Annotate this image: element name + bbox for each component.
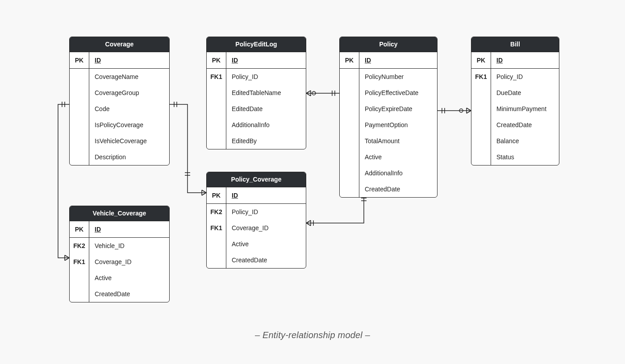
entity-body: PKIDPolicyNumberPolicyEffectiveDatePolic… [340,52,437,197]
entity-title: Policy [340,37,437,52]
attr-cell: ID [89,52,169,69]
attr-cell: CreatedDate [359,181,437,197]
key-cell [340,181,359,197]
attr-cell: PolicyExpireDate [359,101,437,117]
key-cell [70,270,89,286]
key-cell [340,69,359,85]
entity-title: Vehicle_Coverage [70,206,169,221]
key-cell [340,117,359,133]
key-cell: FK1 [70,254,89,270]
attr-cell: CreatedDate [226,252,306,268]
svg-point-0 [312,91,316,95]
key-cell [70,117,89,133]
key-cell: FK2 [70,238,89,254]
key-cell [70,85,89,101]
diagram-caption: – Entity-relationship model – [0,330,625,340]
attr-cell: Active [226,236,306,252]
attr-cell: EditedTableName [226,85,306,101]
key-cell [70,149,89,165]
attr-cell: PolicyEffectiveDate [359,85,437,101]
key-cell [70,69,89,85]
attr-cell: CoverageName [89,69,169,85]
attr-cell: AdditionalInfo [226,117,306,133]
entity-body: PKFK2FK1IDPolicy_IDCoverage_IDActiveCrea… [207,187,306,268]
key-cell [70,133,89,149]
er-diagram-canvas: Coverage PKIDCoverageNameCoverageGroupCo… [0,0,625,364]
entity-policy-edit-log: PolicyEditLog PKFK1IDPolicy_IDEditedTabl… [206,37,306,149]
svg-point-1 [459,109,463,112]
attr-cell: Coverage_ID [226,220,306,236]
key-cell [207,236,226,252]
entity-bill: Bill PKFK1IDPolicy_IDDueDateMinimumPayme… [471,37,559,165]
entity-title: Policy_Coverage [207,172,306,187]
key-cell [70,101,89,117]
key-cell [207,101,226,117]
attr-cell: Policy_ID [491,69,559,85]
entity-body: PKFK2FK1IDVehicle_IDCoverage_IDActiveCre… [70,221,169,302]
entity-policy: Policy PKIDPolicyNumberPolicyEffectiveDa… [339,37,438,198]
entity-body: PKFK1IDPolicy_IDDueDateMinimumPaymentCre… [471,52,559,165]
attr-cell: ID [89,221,169,238]
attr-cell: MinimumPayment [491,101,559,117]
entity-coverage: Coverage PKIDCoverageNameCoverageGroupCo… [69,37,170,165]
attr-cell: Description [89,149,169,165]
attr-cell: ID [226,52,306,69]
attr-cell: CoverageGroup [89,85,169,101]
entity-body: PKFK1IDPolicy_IDEditedTableNameEditedDat… [207,52,306,149]
attr-cell: IsPolicyCoverage [89,117,169,133]
key-cell: FK1 [207,69,226,85]
attr-cell: Policy_ID [226,204,306,220]
key-cell [471,133,491,149]
key-cell: PK [340,52,359,69]
attr-cell: Policy_ID [226,69,306,85]
key-cell [471,85,491,101]
attr-cell: IsVehicleCoverage [89,133,169,149]
key-cell [340,85,359,101]
attr-cell: DueDate [491,85,559,101]
attr-cell: Status [491,149,559,165]
key-cell: FK1 [471,69,491,85]
key-cell [207,252,226,268]
key-cell: PK [207,187,226,204]
key-cell [471,101,491,117]
attr-cell: PaymentOption [359,117,437,133]
entity-title: Bill [471,37,559,52]
key-cell: FK2 [207,204,226,220]
key-cell [471,117,491,133]
attr-cell: CreatedDate [491,117,559,133]
attr-cell: Active [359,149,437,165]
key-cell [207,117,226,133]
key-cell: PK [471,52,491,69]
attr-cell: PolicyNumber [359,69,437,85]
key-cell [70,286,89,302]
key-cell [207,85,226,101]
attr-cell: ID [226,187,306,204]
key-cell: PK [207,52,226,69]
attr-cell: EditedDate [226,101,306,117]
key-cell [340,165,359,181]
entity-body: PKIDCoverageNameCoverageGroupCodeIsPolic… [70,52,169,165]
attr-cell: Coverage_ID [89,254,169,270]
entity-vehicle-coverage: Vehicle_Coverage PKFK2FK1IDVehicle_IDCov… [69,206,170,302]
attr-cell: TotalAmount [359,133,437,149]
entity-policy-coverage: Policy_Coverage PKFK2FK1IDPolicy_IDCover… [206,172,306,269]
key-cell [207,133,226,149]
key-cell: PK [70,52,89,69]
key-cell [471,149,491,165]
attr-cell: Code [89,101,169,117]
attr-cell: CreatedDate [89,286,169,302]
entity-title: PolicyEditLog [207,37,306,52]
key-cell: FK1 [207,220,226,236]
key-cell: PK [70,221,89,238]
key-cell [340,101,359,117]
key-cell [340,149,359,165]
entity-title: Coverage [70,37,169,52]
attr-cell: EditedBy [226,133,306,149]
attr-cell: AdditionalInfo [359,165,437,181]
attr-cell: Active [89,270,169,286]
attr-cell: Vehicle_ID [89,238,169,254]
attr-cell: ID [359,52,437,69]
key-cell [340,133,359,149]
attr-cell: Balance [491,133,559,149]
attr-cell: ID [491,52,559,69]
